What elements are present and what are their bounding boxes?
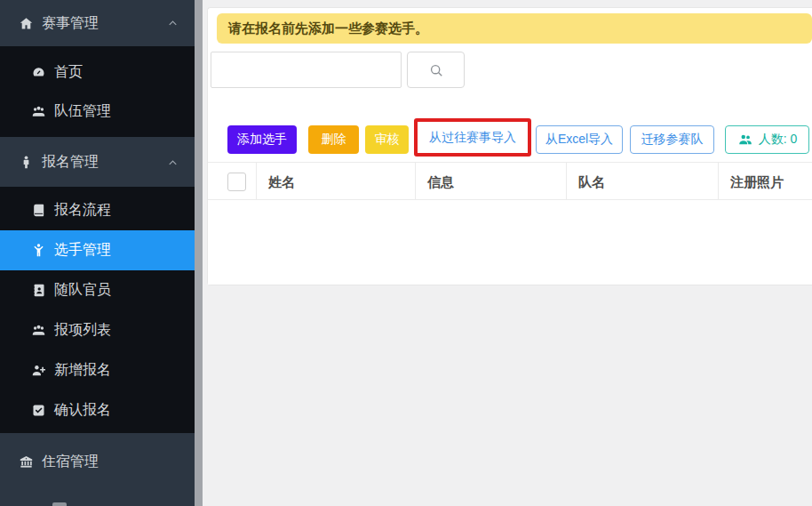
sidebar-item-event-management[interactable]: 赛事管理 <box>0 0 195 46</box>
column-divider <box>415 163 416 201</box>
sidebar-item-label: 确认报名 <box>54 401 111 420</box>
annotation-highlight: 从过往赛事导入 <box>414 118 531 157</box>
chevron-up-icon <box>166 17 179 30</box>
sidebar-item-team-officials[interactable]: 随队官员 <box>0 270 195 310</box>
sidebar-item-player-management[interactable]: 选手管理 <box>0 230 195 270</box>
partial-next-item-icon <box>52 502 67 506</box>
search-button[interactable] <box>407 52 465 88</box>
column-header-team: 队名 <box>578 163 605 201</box>
sidebar-item-registration-management[interactable]: 报名管理 <box>0 138 195 187</box>
column-header-info: 信息 <box>427 163 454 201</box>
app-window: 赛事管理 首页 队伍管理 报名管理 <box>0 0 812 506</box>
book-icon <box>30 203 46 219</box>
sidebar-item-label: 随队官员 <box>54 281 111 300</box>
sidebar-item-label: 住宿管理 <box>42 453 99 471</box>
dashboard-icon <box>30 64 46 80</box>
sidebar-item-accommodation-management[interactable]: 住宿管理 <box>0 442 195 482</box>
warning-banner: 请在报名前先添加一些参赛选手。 <box>217 13 812 44</box>
sidebar-item-label: 报名流程 <box>54 201 111 220</box>
sidebar-item-label: 选手管理 <box>54 241 111 260</box>
add-player-button[interactable]: 添加选手 <box>227 125 297 154</box>
sidebar-item-label: 赛事管理 <box>42 14 99 33</box>
sidebar: 赛事管理 首页 队伍管理 报名管理 <box>0 0 195 506</box>
player-icon <box>30 243 46 259</box>
person-icon <box>18 155 34 171</box>
table-header-row: 姓名 信息 队名 注册照片 <box>208 162 812 200</box>
sidebar-item-label: 报名管理 <box>42 153 99 172</box>
sidebar-item-label: 首页 <box>54 63 83 82</box>
id-book-icon <box>30 283 46 299</box>
sidebar-item-team-management[interactable]: 队伍管理 <box>0 92 195 131</box>
sidebar-item-confirm-registration[interactable]: 确认报名 <box>0 390 195 430</box>
player-count-button[interactable]: 人数: 0 <box>725 125 809 154</box>
sidebar-item-label: 新增报名 <box>54 361 111 380</box>
check-square-icon <box>30 403 46 419</box>
import-excel-button[interactable]: 从Excel导入 <box>536 125 623 154</box>
table-body-empty <box>208 200 812 285</box>
sidebar-scrollbar[interactable] <box>195 0 203 506</box>
migrate-team-button[interactable]: 迁移参赛队 <box>630 125 714 154</box>
warning-banner-text: 请在报名前先添加一些参赛选手。 <box>228 20 428 37</box>
search-input[interactable] <box>211 52 402 88</box>
sidebar-item-label: 队伍管理 <box>54 102 111 121</box>
users-icon <box>737 132 753 148</box>
team-icon <box>30 103 46 119</box>
column-divider <box>566 163 567 201</box>
player-management-panel: 请在报名前先添加一些参赛选手。 添加选手 删除 审核 从过往赛事导入 从Exce… <box>207 7 812 285</box>
column-divider <box>256 163 257 201</box>
sidebar-item-label: 报项列表 <box>54 321 111 340</box>
sidebar-item-registration-process[interactable]: 报名流程 <box>0 190 195 230</box>
delete-button[interactable]: 删除 <box>308 125 359 154</box>
sidebar-item-new-registration[interactable]: 新增报名 <box>0 350 195 390</box>
home-icon <box>18 15 34 31</box>
user-plus-icon <box>30 363 46 379</box>
chevron-up-icon <box>166 156 179 169</box>
column-divider <box>718 163 719 201</box>
column-header-photo: 注册照片 <box>730 163 784 201</box>
select-all-checkbox[interactable] <box>227 173 246 191</box>
sidebar-item-home[interactable]: 首页 <box>0 52 195 92</box>
search-icon <box>427 61 445 79</box>
column-header-name: 姓名 <box>268 163 295 201</box>
review-button[interactable]: 审核 <box>365 125 409 154</box>
sidebar-item-event-entry-list[interactable]: 报项列表 <box>0 310 195 350</box>
import-past-events-button[interactable]: 从过往赛事导入 <box>418 122 528 153</box>
group-icon <box>30 323 46 339</box>
player-count-label: 人数: 0 <box>759 132 798 148</box>
building-icon <box>18 454 34 470</box>
